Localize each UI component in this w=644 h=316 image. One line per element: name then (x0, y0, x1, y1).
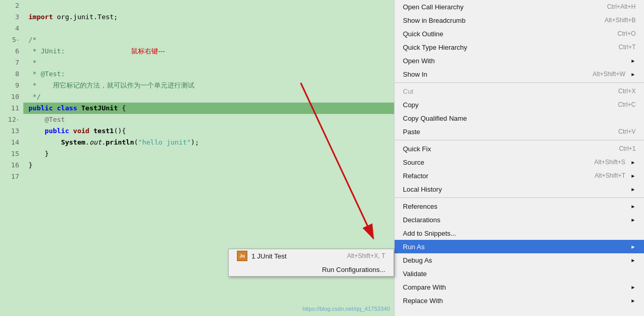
code-line-7: * (29, 57, 394, 68)
code-line-14: System.out.println("hello junit"); (29, 137, 394, 148)
run-as-submenu: Ju 1 JUnit Test Alt+Shift+X, T Run Confi… (228, 249, 394, 277)
chevron-right-icon-5: ► (631, 186, 636, 192)
chevron-right-icon-2: ► (631, 71, 636, 77)
line-num-7: 7 (0, 57, 19, 68)
menu-replace-with[interactable]: Replace With ► (395, 294, 644, 307)
code-line-11: public class TestJUnit { (23, 103, 394, 114)
line-num-16: 16 (0, 160, 19, 171)
menu-compare-with[interactable]: Compare With ► (395, 280, 644, 294)
line-num-13: 13 (0, 125, 19, 137)
watermark: https://blog.csdn.net/qq_41753340 (302, 306, 390, 312)
menu-declarations[interactable]: Declarations ► (395, 213, 644, 226)
menu-quick-fix[interactable]: Quick Fix Ctrl+1 (395, 142, 644, 155)
menu-local-history[interactable]: Local History ► (395, 182, 644, 196)
junit-icon: Ju (237, 251, 247, 261)
chevron-right-icon-11: ► (631, 298, 636, 304)
code-line-15: } (29, 148, 394, 160)
menu-quick-type-hierarchy[interactable]: Quick Type Hierarchy Ctrl+T (395, 40, 644, 54)
code-line-9: * 用它标记的方法，就可以作为一个单元进行测试 (29, 80, 394, 91)
code-line-3: import org.junit.Test; (29, 11, 394, 23)
separator-1 (395, 82, 644, 83)
code-line-10: */ (29, 91, 394, 103)
main-container: 2 3 4 5- 6 7 8 9 10 11 12- 13 14 15 16 1… (0, 0, 644, 316)
menu-cut[interactable]: Cut Ctrl+X (395, 84, 644, 98)
chevron-right-icon-4: ► (631, 173, 636, 179)
code-line-13: public void test1(){ (29, 125, 394, 137)
menu-add-to-snippets[interactable]: Add to Snippets... (395, 226, 644, 240)
chevron-right-icon-3: ► (631, 160, 636, 165)
chevron-right-icon-7: ► (631, 217, 636, 223)
menu-validate[interactable]: Validate (395, 267, 644, 280)
menu-copy[interactable]: Copy Ctrl+C (395, 98, 644, 111)
menu-source[interactable]: Source Alt+Shift+S ► (395, 155, 644, 169)
menu-paste[interactable]: Paste Ctrl+V (395, 125, 644, 138)
line-num-14: 14 (0, 137, 19, 148)
line-num-5: 5- (0, 34, 19, 46)
chevron-right-icon: ► (631, 58, 636, 64)
code-line-16: } (29, 160, 394, 171)
context-menu: Open Call Hierarchy Ctrl+Alt+H Show in B… (394, 0, 644, 316)
line-num-6: 6 (0, 46, 19, 57)
chevron-right-icon-6: ► (631, 204, 636, 209)
code-line-5: /* (29, 34, 394, 46)
line-num-9: 9 (0, 80, 19, 91)
line-num-3: 3 (0, 11, 19, 23)
chevron-right-icon-9: ► (631, 257, 636, 263)
line-num-15: 15 (0, 148, 19, 160)
menu-copy-qualified-name[interactable]: Copy Qualified Name (395, 111, 644, 125)
line-num-10: 10 (0, 91, 19, 103)
menu-open-call-hierarchy[interactable]: Open Call Hierarchy Ctrl+Alt+H (395, 0, 644, 13)
submenu-run-configurations[interactable]: Run Configurations... (229, 263, 394, 276)
menu-show-in[interactable]: Show In Alt+Shift+W ► (395, 67, 644, 81)
chevron-right-icon-10: ► (631, 284, 636, 290)
code-line-2 (29, 0, 394, 11)
line-num-2: 2 (0, 0, 19, 11)
menu-show-breadcrumb[interactable]: Show in Breadcrumb Alt+Shift+B (395, 13, 644, 27)
code-line-17 (29, 171, 394, 182)
menu-quick-outline[interactable]: Quick Outline Ctrl+O (395, 27, 644, 40)
separator-3 (395, 197, 644, 198)
menu-debug-as[interactable]: Debug As ► (395, 253, 644, 267)
menu-refactor[interactable]: Refactor Alt+Shift+T ► (395, 169, 644, 182)
code-line-6: * JUnit: 鼠标右键--- (29, 46, 394, 57)
menu-open-with[interactable]: Open With ► (395, 54, 644, 67)
submenu-junit-test[interactable]: Ju 1 JUnit Test Alt+Shift+X, T (229, 249, 394, 263)
line-num-11: 11 (0, 103, 19, 114)
separator-2 (395, 140, 644, 140)
menu-references[interactable]: References ► (395, 199, 644, 213)
code-line-8: * @Test: (29, 68, 394, 80)
line-num-12: 12- (0, 114, 19, 125)
line-num-4: 4 (0, 23, 19, 34)
code-line-4 (29, 23, 394, 34)
line-numbers: 2 3 4 5- 6 7 8 9 10 11 12- 13 14 15 16 1… (0, 0, 23, 316)
line-num-17: 17 (0, 171, 19, 182)
menu-run-as[interactable]: Run As ► (395, 240, 644, 253)
line-num-8: 8 (0, 68, 19, 80)
chevron-right-icon-8: ► (631, 244, 636, 250)
code-line-12: @Test (29, 114, 394, 125)
